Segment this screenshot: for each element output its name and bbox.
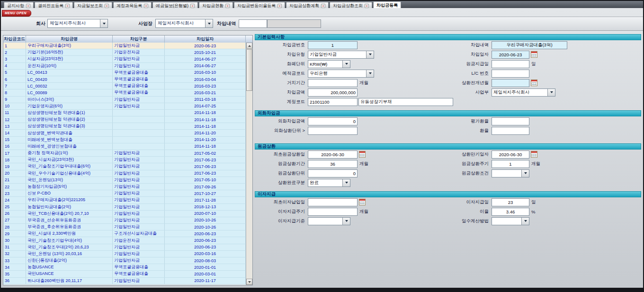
tab-close-icon[interactable] — [26, 4, 30, 8]
tab-close-icon[interactable] — [190, 4, 195, 8]
column-header[interactable]: 차입구분 — [113, 35, 165, 43]
table-row[interactable]: 31국민_기술창조우대(2억) 20,6,23기업일반자금2020-06-23 — [3, 244, 246, 251]
calendar-icon[interactable] — [531, 80, 537, 86]
tab-close-icon[interactable] — [277, 4, 282, 8]
loan-detail-field[interactable]: 우리구매자금대출(3억) — [492, 41, 567, 49]
tab-close-icon[interactable] — [105, 4, 109, 8]
day-count-method-select[interactable] — [492, 217, 529, 225]
table-row[interactable]: 33신한(-)통장대출(2억)기업일반자금2020-08-03 — [3, 257, 246, 264]
currency-select[interactable]: KRW(₩) — [308, 60, 350, 68]
principal-pay-day-field[interactable] — [492, 60, 529, 68]
column-header[interactable]: 차입금명 — [26, 35, 113, 43]
table-row[interactable]: 36하나대출260백만원 20,11,17기업일반자금2020-11-17 — [3, 278, 246, 284]
first-principal-repay-date-field[interactable]: 2020-06-30 — [308, 150, 358, 159]
table-row[interactable]: 32국민_온렌딩 (13억) 20,03,16기업일반자금2020-03-16 — [3, 251, 246, 257]
table-row[interactable]: 19국민_기술창조기업우대대출(6억)기업일반자금2017-06-23 — [3, 163, 246, 170]
table-row[interactable]: 21국민_온렌딩(13억)기업일반자금2017-05-10 — [3, 177, 246, 184]
repay-condition-select[interactable] — [492, 169, 529, 177]
table-row[interactable]: 15미래에셋_변액보험대출2014-11-20 — [3, 137, 246, 143]
table-row[interactable]: 18국민_시설자금(23억3천)기업일반자금2017-06-23 — [3, 157, 246, 163]
repay-complete-select[interactable]: 완료 — [308, 179, 350, 187]
scroll-down-icon[interactable] — [246, 279, 252, 285]
table-row[interactable]: 23신보 P-CBO기업일반자금2017-10-27 — [3, 190, 246, 197]
account-code-field[interactable]: 21001100 — [308, 98, 358, 106]
table-row[interactable]: 3시설자금(23억3천)기업일반자금2014-06-27 — [3, 56, 246, 62]
table-row[interactable]: 35국민USANCE무역포괄금융대출2020-03-01 — [3, 271, 246, 277]
interest-pay-day-field[interactable]: 23 — [492, 198, 529, 206]
first-interest-date-field[interactable] — [308, 198, 358, 206]
calendar-icon[interactable] — [359, 199, 366, 205]
column-header[interactable]: 차입일자 — [165, 35, 246, 43]
table-row[interactable]: 10기업운영자금(6억)기업일반자금2014-07-25 — [3, 103, 246, 110]
interest-cycle-field[interactable] — [308, 208, 358, 216]
table-row[interactable]: 13삼성생명단체보험 약관대출(3)2014-11-18 — [3, 123, 246, 130]
table-row[interactable]: 22농협장기차입금(5억)기업일반자금2017-09-26 — [3, 184, 246, 190]
scrollbar-thumb[interactable] — [246, 49, 252, 91]
table-row[interactable]: 7LC_00032무역포괄금융대출2016-03-23 — [3, 83, 246, 89]
table-row[interactable]: 2기업기본(16억5천)기업운전자금2015-10-21 — [3, 49, 246, 56]
percent-suffix: % — [531, 209, 535, 214]
loan-type-cell: 무역포괄금융대출 — [113, 76, 165, 82]
column-header[interactable]: 차입금코드 — [3, 35, 26, 43]
table-row[interactable]: 6LC_00420무역포괄금융대출2016-03-04 — [3, 76, 246, 83]
tab-close-icon[interactable] — [144, 4, 148, 8]
deposit-code-select[interactable]: 우리은행 — [308, 70, 374, 78]
calendar-icon[interactable] — [531, 151, 537, 158]
interest-rate-field[interactable]: 3.46 — [492, 208, 529, 216]
table-row[interactable]: 9마이너스(3억)기업일반자금2011-03-18 — [3, 97, 246, 103]
loan-date-field[interactable]: 2020-06-23 — [492, 51, 529, 59]
loan-no-label: 차입금번호 — [255, 42, 308, 48]
tab-close-icon[interactable] — [365, 4, 369, 8]
eval-rate-field[interactable] — [492, 117, 529, 125]
calendar-icon[interactable] — [531, 51, 537, 58]
table-row[interactable]: 25농협일반자금대출(2억)기업일반자금2018-12-13 — [3, 204, 246, 211]
loan-name-cell: 국민_온렌딩(13억) — [26, 177, 113, 183]
table-row[interactable]: 28부국증권_후순위유동화증권기업일반자금2020-10-26 — [3, 224, 246, 230]
maturity-date-field[interactable]: 2020-06-30 — [492, 150, 529, 159]
loan-type-select[interactable]: 기업일반자금 — [308, 51, 374, 59]
table-row[interactable]: 16미래에셋_경영인보험대출2014-11-18 — [3, 143, 246, 150]
menu-open-button[interactable]: MENU OPEN — [2, 10, 31, 17]
repay-unit-field[interactable]: 0 — [308, 169, 358, 177]
tab-close-icon[interactable] — [321, 4, 325, 8]
site-select[interactable]: 제일저지주식회사 — [155, 19, 213, 28]
table-scrollbar[interactable] — [246, 43, 252, 285]
loan-code-cell: 16 — [3, 143, 26, 150]
exchange-rate-field[interactable] — [492, 127, 529, 135]
table-row[interactable]: 24우리구매자금대출(2억)221205기업일반자금2017-11-28 — [3, 197, 246, 204]
loan-name-cell: 신한(-)통장대출(2억) — [26, 257, 113, 264]
table-row[interactable]: 5LC_00413무역포괄금융대출2016-03-10 — [3, 70, 246, 76]
table-row[interactable]: 12삼성생명단체보험 약관대출(2)2014-11-18 — [3, 116, 246, 123]
table-row[interactable]: 11삼성생명단체보험 약관대출(1)2014-11-18 — [3, 110, 246, 116]
loan-date-cell: 2017-06-23 — [165, 163, 246, 169]
table-row[interactable]: 27부국증권_선순위유동화증권기업일반자금2020-10-26 — [3, 217, 246, 224]
table-row[interactable]: 29국민_시설대 2,330백만원구조개선시설자금대출2020-06-23 — [3, 230, 246, 237]
table-row[interactable]: 8LC_00089무역포괄금융대출2016-03-21 — [3, 89, 246, 96]
grace-period-field[interactable] — [308, 79, 358, 87]
fx-repay-unit-field[interactable] — [308, 127, 358, 135]
table-row[interactable]: 26국민_TCB신용대출(2억) 20,7,10기업일반자금2020-07-10 — [3, 211, 246, 217]
table-row[interactable]: 1우리구매자금대출(3억)기업일반자금2020-06-23 — [3, 43, 246, 49]
loan-type-label: 차입유형 — [255, 52, 308, 58]
loan-amount-field[interactable]: 200,000,000 — [308, 88, 358, 97]
calendar-icon[interactable] — [359, 151, 366, 158]
table-row[interactable]: 34농협USANCE무역포괄금융대출2020-01-01 — [3, 264, 246, 271]
table-row[interactable]: 14삼성생명_변액약관대출2014-11-20 — [3, 130, 246, 136]
repay-cycle-field[interactable]: 1 — [492, 160, 529, 168]
division-select[interactable]: 제일저지주식회사 — [492, 88, 555, 97]
interest-base-select[interactable] — [308, 217, 350, 225]
loan-no-field[interactable]: 1 — [308, 41, 358, 49]
repay-period-field[interactable]: 36 — [308, 160, 358, 168]
tab-close-icon[interactable] — [225, 4, 230, 8]
table-row[interactable]: 4운전자금(10억)기업일반자금2014-06-27 — [3, 63, 246, 70]
rollover-ym-field[interactable] — [492, 79, 529, 87]
scroll-up-icon[interactable] — [246, 43, 252, 49]
table-row[interactable]: 20국민_우수기술기업신용대출(4억)기업일반자금2017-06-23 — [3, 170, 246, 177]
lc-number-field[interactable] — [492, 70, 529, 78]
table-row[interactable]: 30국민_기술창조기업우대(4억)기업운전자금2020-06-23 — [3, 237, 246, 244]
table-row[interactable]: 17중기청 정책자금(1억)기업일반자금2017-05-02 — [3, 150, 246, 157]
tab-close-icon[interactable] — [65, 4, 70, 8]
company-select[interactable]: 제일저지주식회사 — [47, 19, 108, 28]
fx-amount-field[interactable]: 0 — [308, 117, 358, 125]
loan-detail-filter-input[interactable] — [239, 19, 267, 28]
